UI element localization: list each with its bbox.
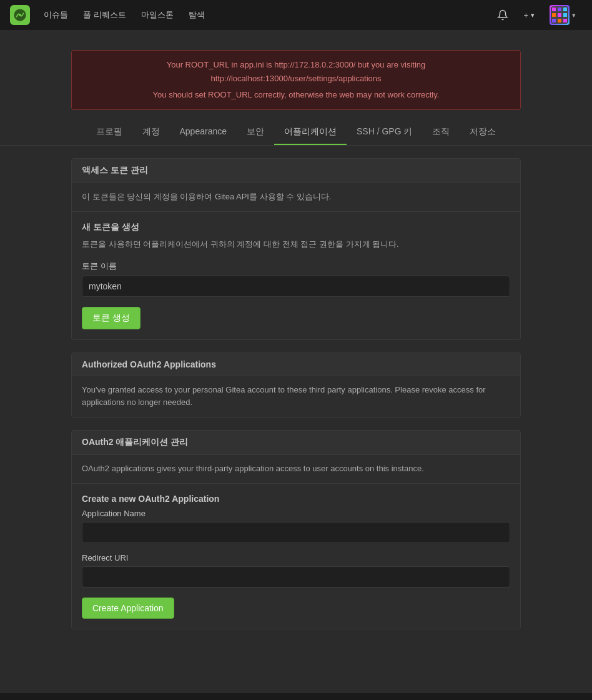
- avatar-menu[interactable]: ▾: [543, 1, 582, 29]
- tab-ssh-gpg[interactable]: SSH / GPG 키: [347, 120, 422, 145]
- svg-rect-3: [552, 8, 556, 11]
- oauth2-manage-section: OAuth2 애플리케이션 관리 OAuth2 applications giv…: [71, 430, 521, 629]
- tab-account[interactable]: 계정: [132, 120, 170, 145]
- token-subsection-text: 토큰을 사용하면 어플리케이션에서 귀하의 계정에 대한 전체 접근 권한을 가…: [82, 238, 510, 251]
- svg-rect-5: [563, 8, 567, 11]
- token-section-info: 이 토큰들은 당신의 계정을 이용하여 Gitea API를 사용할 수 있습니…: [72, 183, 520, 212]
- nav-explore[interactable]: 탐색: [182, 6, 211, 24]
- token-name-label: 토큰 이름: [82, 261, 510, 272]
- svg-rect-6: [552, 13, 556, 17]
- user-avatar: [550, 5, 570, 25]
- svg-rect-4: [558, 8, 561, 11]
- tab-appearance[interactable]: Appearance: [170, 120, 237, 145]
- oauth2-create-subsection: Create a new OAuth2 Application Applicat…: [72, 484, 520, 629]
- app-name-label: Application Name: [82, 509, 510, 518]
- token-subsection: 새 토큰을 생성 토큰을 사용하면 어플리케이션에서 귀하의 계정에 대한 전체…: [72, 212, 520, 339]
- tab-orgs[interactable]: 조직: [422, 120, 460, 145]
- notification-icon[interactable]: [491, 6, 515, 24]
- redirect-uri-group: Redirect URI: [82, 553, 510, 588]
- warning-line1: Your ROOT_URL in app.ini is http://172.1…: [84, 58, 508, 86]
- navbar: 이슈들 풀 리퀘스트 마일스톤 탐색 + ▾ ▾: [0, 0, 592, 30]
- oauth2-manage-info: OAuth2 applications gives your third-par…: [72, 455, 520, 484]
- warning-line2: You should set ROOT_URL correctly, other…: [84, 88, 508, 102]
- app-name-input[interactable]: [82, 522, 510, 543]
- tab-security[interactable]: 보안: [237, 120, 274, 145]
- create-application-button[interactable]: Create Application: [82, 598, 174, 619]
- nav-milestones[interactable]: 마일스톤: [135, 6, 180, 24]
- svg-rect-8: [563, 13, 567, 17]
- tab-applications[interactable]: 어플리케이션: [274, 120, 347, 145]
- authorized-oauth2-header: Authorized OAuth2 Applications: [72, 353, 520, 376]
- token-section-header: 액세스 토큰 관리: [72, 159, 520, 183]
- token-subsection-title: 새 토큰을 생성: [82, 222, 510, 233]
- page-footer: Gitea 제공 버전: 1.17.2 페이지: 2ms 템플릿 : 1ms 🌐…: [0, 692, 592, 700]
- generate-token-button[interactable]: 토큰 생성: [82, 307, 141, 329]
- oauth2-create-title: Create a new OAuth2 Application: [82, 494, 510, 504]
- authorized-oauth2-info: You've granted access to your personal G…: [72, 376, 520, 418]
- svg-rect-9: [552, 19, 556, 22]
- token-management-section: 액세스 토큰 관리 이 토큰들은 당신의 계정을 이용하여 Gitea API를…: [71, 158, 521, 339]
- app-logo[interactable]: [10, 5, 30, 25]
- oauth2-manage-header: OAuth2 애플리케이션 관리: [72, 431, 520, 455]
- token-name-input[interactable]: [82, 276, 510, 297]
- create-plus-button[interactable]: + ▾: [517, 7, 541, 24]
- main-content: 액세스 토큰 관리 이 토큰들은 당신의 계정을 이용하여 Gitea API를…: [71, 158, 521, 667]
- nav-issues[interactable]: 이슈들: [37, 6, 74, 24]
- app-name-group: Application Name: [82, 509, 510, 543]
- svg-rect-7: [558, 13, 561, 17]
- warning-banner: Your ROOT_URL in app.ini is http://172.1…: [71, 50, 521, 110]
- tab-profile[interactable]: 프로필: [86, 120, 132, 145]
- redirect-uri-input[interactable]: [82, 566, 510, 588]
- authorized-oauth2-section: Authorized OAuth2 Applications You've gr…: [71, 352, 521, 418]
- svg-point-1: [19, 14, 21, 16]
- nav-pulls[interactable]: 풀 리퀘스트: [77, 6, 132, 24]
- svg-rect-11: [563, 19, 567, 22]
- tab-repos[interactable]: 저장소: [460, 120, 506, 145]
- token-name-group: 토큰 이름: [82, 261, 510, 297]
- svg-rect-10: [558, 19, 561, 22]
- redirect-uri-label: Redirect URI: [82, 553, 510, 562]
- settings-tabs: 프로필 계정 Appearance 보안 어플리케이션 SSH / GPG 키 …: [0, 120, 592, 146]
